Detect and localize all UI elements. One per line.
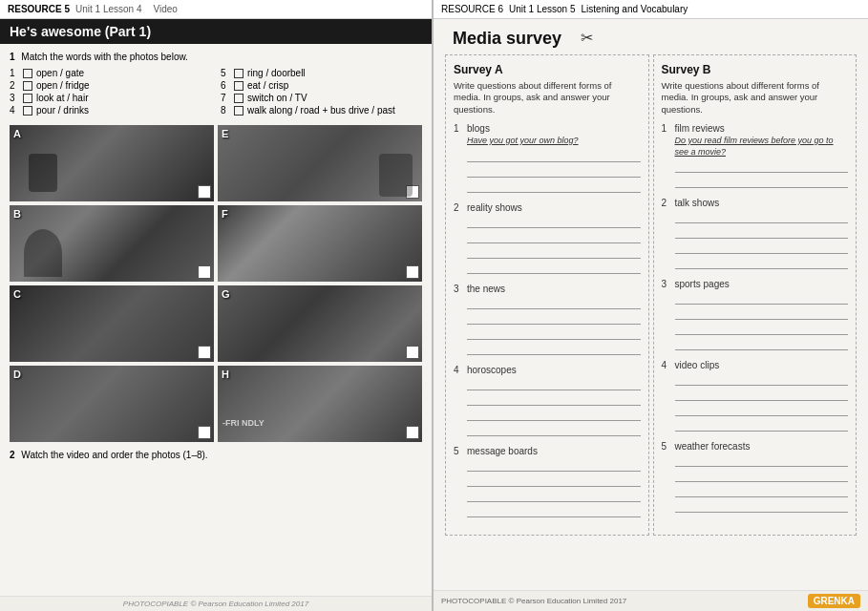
left-unit-lesson: Unit 1 Lesson 4 xyxy=(75,4,142,14)
photo-checkbox-H[interactable] xyxy=(406,426,419,439)
survey-b-item-1: 1 film reviews Do you read film reviews … xyxy=(662,123,849,188)
checkbox-3[interactable] xyxy=(23,94,32,103)
scissors-icon: ✂ xyxy=(581,29,593,47)
photo-checkbox-B[interactable] xyxy=(198,265,211,279)
survey-a-lines-1 xyxy=(454,149,641,193)
survey-container: Survey A Write questions about different… xyxy=(434,54,868,536)
survey-b-item-5: 5 weather forecasts xyxy=(662,441,849,513)
photo-G: G xyxy=(218,285,422,362)
photo-E: E xyxy=(218,125,422,201)
section-title: He's awesome (Part 1) xyxy=(0,19,432,44)
survey-b-lines-2 xyxy=(662,210,849,269)
photo-checkbox-G[interactable] xyxy=(406,346,419,359)
right-footer: PHOTOCOPIABLE © Pearson Education Limite… xyxy=(434,590,868,611)
survey-a-item-5: 5 message boards xyxy=(454,446,641,517)
media-survey-title: Media survey xyxy=(443,23,571,53)
survey-b-lines-3 xyxy=(662,291,849,350)
photo-checkbox-F[interactable] xyxy=(406,265,419,279)
photo-grid: A E B F C xyxy=(10,125,422,442)
survey-b-lines-1 xyxy=(662,159,849,188)
survey-b-item-3: 3 sports pages xyxy=(662,279,849,350)
word-item-1: 1 open / gate xyxy=(10,68,211,78)
checkbox-6[interactable] xyxy=(234,81,243,91)
left-resource-type: Video xyxy=(154,4,178,14)
survey-b-description: Write questions about different forms of… xyxy=(662,80,849,116)
photo-H: H xyxy=(218,366,422,442)
instruction2: 2 Watch the video and order the photos (… xyxy=(10,450,422,460)
word-item-8: 8 walk along / road + bus drive / past xyxy=(221,105,422,116)
photo-A: A xyxy=(10,125,214,201)
survey-a-lines-5 xyxy=(454,458,641,517)
checkbox-7[interactable] xyxy=(234,94,243,103)
survey-a-item-2: 2 reality shows xyxy=(454,202,641,274)
left-footer: PHOTOCOPIABLE © Pearson Education Limite… xyxy=(0,596,432,611)
left-resource-num: RESOURCE 5 xyxy=(8,4,70,14)
survey-a-item-3: 3 the news xyxy=(454,284,641,355)
survey-b-example-1: Do you read film reviews before you go t… xyxy=(662,136,849,158)
survey-a-example-1: Have you got your own blog? xyxy=(454,136,641,147)
word-item-5: 5 ring / doorbell xyxy=(221,68,422,78)
checkbox-2[interactable] xyxy=(23,81,32,91)
checkbox-1[interactable] xyxy=(23,69,32,78)
grenka-badge: GRENKA xyxy=(808,594,860,608)
left-resource-header: RESOURCE 5 Unit 1 Lesson 4 Video xyxy=(0,0,432,19)
right-page: RESOURCE 6 Unit 1 Lesson 5 Listening and… xyxy=(434,0,868,611)
photo-checkbox-A[interactable] xyxy=(198,185,211,199)
survey-a-item-1: 1 blogs Have you got your own blog? xyxy=(454,123,641,193)
page: RESOURCE 5 Unit 1 Lesson 4 Video He's aw… xyxy=(0,0,868,611)
left-page: RESOURCE 5 Unit 1 Lesson 4 Video He's aw… xyxy=(0,0,434,611)
survey-b-item-2: 2 talk shows xyxy=(662,198,849,269)
word-item-2: 2 open / fridge xyxy=(10,80,211,91)
checkbox-4[interactable] xyxy=(23,106,32,116)
survey-a-title: Survey A xyxy=(454,63,641,76)
right-unit-lesson: Unit 1 Lesson 5 xyxy=(509,4,576,14)
right-resource-header: RESOURCE 6 Unit 1 Lesson 5 Listening and… xyxy=(434,0,868,19)
photo-checkbox-D[interactable] xyxy=(198,426,211,439)
survey-a-item-4: 4 horoscopes xyxy=(454,365,641,436)
right-resource-num: RESOURCE 6 xyxy=(441,4,503,14)
survey-b-item-4: 4 video clips xyxy=(662,360,849,432)
word-item-3: 3 look at / hair xyxy=(10,93,211,103)
survey-a-lines-4 xyxy=(454,377,641,436)
word-item-7: 7 switch on / TV xyxy=(221,93,422,103)
right-resource-type: Listening and Vocabulary xyxy=(582,4,688,14)
photo-B: B xyxy=(10,205,214,282)
photo-checkbox-C[interactable] xyxy=(198,346,211,359)
word-item-4: 4 pour / drinks xyxy=(10,105,211,116)
instruction1: 1 Match the words with the photos below. xyxy=(10,52,422,62)
survey-b-lines-4 xyxy=(662,372,849,432)
survey-a-lines-2 xyxy=(454,215,641,274)
checkbox-8[interactable] xyxy=(234,106,243,116)
photo-checkbox-E[interactable] xyxy=(406,185,419,199)
checkbox-5[interactable] xyxy=(234,69,243,78)
photo-F: F xyxy=(218,205,422,282)
survey-b-title: Survey B xyxy=(662,63,849,76)
photo-D: D xyxy=(10,366,214,442)
survey-b-lines-5 xyxy=(662,453,849,513)
survey-b: Survey B Write questions about different… xyxy=(653,54,857,536)
left-content: 1 Match the words with the photos below.… xyxy=(0,44,432,468)
survey-a-description: Write questions about different forms of… xyxy=(454,80,641,116)
survey-a: Survey A Write questions about different… xyxy=(445,54,649,536)
word-list: 1 open / gate 5 ring / doorbell 2 open /… xyxy=(10,68,422,116)
survey-a-lines-3 xyxy=(454,296,641,355)
word-item-6: 6 eat / crisp xyxy=(221,80,422,91)
photo-C: C xyxy=(10,285,214,362)
